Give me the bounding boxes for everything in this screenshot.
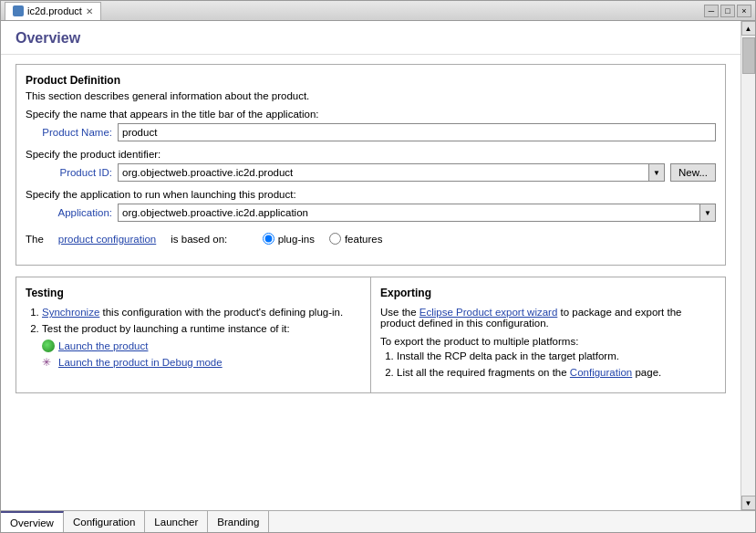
exporting-list: Install the RCP delta pack in the target… [380, 350, 716, 378]
features-radio-text: features [345, 234, 383, 245]
testing-item-1-suffix: this configuration with the product's de… [103, 307, 344, 318]
tab-overview[interactable]: Overview [1, 511, 64, 532]
new-product-id-button[interactable]: New... [670, 163, 716, 182]
tab-configuration-label: Configuration [73, 517, 135, 528]
product-id-input[interactable] [118, 163, 648, 182]
testing-item-2: Test the product by launching a runtime … [42, 323, 361, 369]
main-window: ic2d.product ✕ ─ □ × Overview Product De… [0, 0, 756, 533]
debug-product-link[interactable]: Launch the product in Debug mode [58, 357, 223, 368]
main-content: Overview Product Definition This section… [1, 21, 755, 510]
bottom-tabs: Overview Configuration Launcher Branding [1, 510, 755, 532]
product-id-label-text: Specify the product identifier: [26, 149, 716, 160]
product-id-dropdown-button[interactable]: ▼ [648, 163, 665, 182]
testing-item-2-text: Test the product by launching a runtime … [42, 323, 290, 334]
features-radio-label[interactable]: features [329, 233, 383, 245]
config-basis-prefix: The [26, 234, 44, 245]
page-header: Overview [1, 21, 740, 55]
configuration-basis-row: The product configuration is based on: p… [26, 229, 716, 248]
platforms-label: To export the product to multiple platfo… [380, 336, 716, 347]
editor-area: Overview Product Definition This section… [1, 21, 740, 510]
page-title: Overview [16, 30, 726, 47]
configuration-link[interactable]: Configuration [570, 367, 632, 378]
export-item-2-prefix: List all the required fragments on the [397, 367, 570, 378]
tab-branding-label: Branding [217, 517, 259, 528]
application-label-text: Specify the application to run when laun… [26, 189, 716, 200]
product-name-input[interactable] [118, 123, 716, 141]
product-definition-section: Product Definition This section describe… [16, 64, 726, 266]
features-radio[interactable] [329, 233, 341, 245]
application-combo: ▼ [118, 204, 716, 222]
product-id-combo: ▼ [118, 163, 665, 182]
tab-overview-label: Overview [10, 517, 54, 528]
launch-icon [42, 340, 55, 352]
restore-button[interactable]: □ [720, 5, 735, 17]
application-label: Application: [26, 207, 112, 218]
testing-list: Synchronize this configuration with the … [26, 307, 361, 369]
debug-icon: ✳ [42, 356, 55, 369]
launch-product-row: Launch the product [42, 340, 361, 352]
tab-title: ic2d.product [27, 5, 82, 16]
exporting-item-1: Install the RCP delta pack in the target… [397, 350, 716, 361]
tab-launcher[interactable]: Launcher [145, 511, 208, 532]
export-desc-prefix: Use the [380, 307, 419, 318]
minimize-button[interactable]: ─ [704, 5, 719, 17]
editor-tab[interactable]: ic2d.product ✕ [5, 2, 101, 20]
two-column-section: Testing Synchronize this configuration w… [16, 277, 726, 393]
launch-product-link[interactable]: Launch the product [58, 340, 148, 351]
testing-item-1: Synchronize this configuration with the … [42, 307, 361, 318]
section-description: This section describes general informati… [26, 90, 716, 101]
export-description: Use the Eclipse Product export wizard to… [380, 307, 716, 329]
product-name-row: Product Name: [26, 123, 716, 141]
scroll-thumb[interactable] [742, 37, 755, 74]
application-input[interactable] [118, 204, 699, 222]
product-name-label-text: Specify the name that appears in the tit… [26, 109, 716, 120]
tab-branding[interactable]: Branding [208, 511, 269, 532]
tab-close-button[interactable]: ✕ [86, 6, 93, 16]
plugins-radio-label[interactable]: plug-ins [263, 233, 315, 245]
testing-column: Testing Synchronize this configuration w… [16, 277, 371, 392]
content-body: Product Definition This section describe… [1, 55, 740, 413]
synchronize-link[interactable]: Synchronize [42, 307, 99, 318]
scroll-down-button[interactable]: ▼ [741, 496, 756, 510]
tab-launcher-label: Launcher [154, 517, 198, 528]
application-row: Application: ▼ [26, 204, 716, 222]
window-close-button[interactable]: × [737, 5, 751, 17]
product-id-label: Product ID: [26, 167, 112, 178]
title-bar: ic2d.product ✕ ─ □ × [1, 1, 755, 21]
tab-configuration[interactable]: Configuration [64, 511, 145, 532]
section-title: Product Definition [26, 74, 716, 87]
plugins-radio[interactable] [263, 233, 274, 245]
exporting-title: Exporting [380, 287, 716, 299]
exporting-item-2: List all the required fragments on the C… [397, 367, 716, 378]
plugins-radio-text: plug-ins [278, 234, 315, 245]
window-controls: ─ □ × [704, 5, 751, 17]
product-id-row: Product ID: ▼ New... [26, 163, 716, 182]
scroll-up-button[interactable]: ▲ [741, 21, 756, 36]
vertical-scrollbar: ▲ ▼ [740, 21, 755, 510]
application-dropdown-button[interactable]: ▼ [699, 204, 716, 222]
export-wizard-link[interactable]: Eclipse Product export wizard [419, 307, 557, 318]
product-name-label: Product Name: [26, 127, 112, 138]
config-basis-suffix: is based on: [171, 234, 227, 245]
debug-product-row: ✳ Launch the product in Debug mode [42, 356, 361, 369]
testing-title: Testing [26, 287, 361, 299]
product-configuration-link[interactable]: product configuration [58, 234, 156, 245]
exporting-column: Exporting Use the Eclipse Product export… [371, 277, 725, 392]
file-icon [13, 5, 24, 16]
export-item-2-suffix: page. [632, 367, 661, 378]
